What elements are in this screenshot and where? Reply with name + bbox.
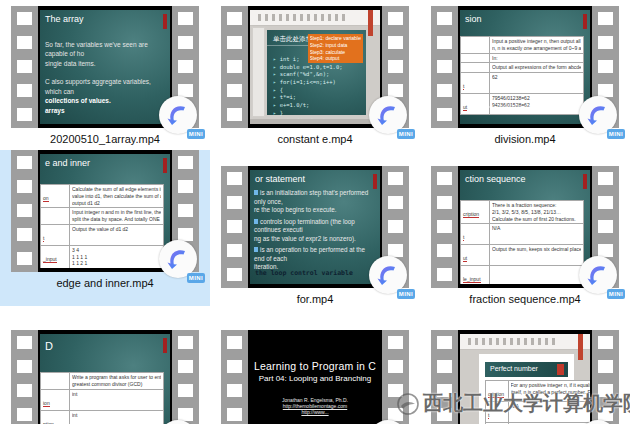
swoosh-arrow-icon — [376, 103, 400, 127]
file-tile-gcd[interactable]: D Write a program that asks for user to … — [0, 326, 210, 424]
code-list: int i; double e=1.0,t=1.0; scanf("%d",&n… — [273, 56, 343, 124]
slide: D Write a program that asks for user to … — [40, 334, 170, 424]
ppt-ribbon — [250, 10, 380, 26]
slide-header: Perfect number — [485, 362, 568, 377]
slide: or statement is an initialization step t… — [250, 170, 380, 284]
slide-divider — [473, 106, 574, 108]
slide: 单击此处添加标题 Step1: declare variables Step2:… — [267, 30, 366, 115]
slide-subtitle: Part 04: Looping and Branching — [250, 374, 380, 383]
video-frame: The array So far, the variables we've se… — [38, 6, 172, 128]
slide: ction sequence cription There is a fract… — [460, 170, 590, 284]
filmstrip-left — [221, 166, 248, 288]
player-overlay-icon: MINI — [579, 256, 621, 298]
slide: e and inner on Calculate the sum of all … — [40, 154, 170, 268]
player-overlay-icon: MINI — [579, 96, 621, 138]
player-overlay-icon: MINI — [369, 420, 411, 424]
slide-accent-bar — [163, 338, 167, 353]
mini-badge: MINI — [187, 273, 205, 283]
mini-badge: MINI — [607, 129, 625, 139]
powerpoint-window: 单击此处添加标题 Step1: declare variables Step2:… — [250, 10, 380, 124]
video-frame: ction sequence cription There is a fract… — [458, 166, 592, 288]
slide-title: e and inner — [40, 154, 170, 168]
player-overlay-icon: MINI — [369, 256, 411, 298]
video-thumbnail: e and inner on Calculate the sum of all … — [11, 150, 199, 272]
slide-title: sion — [460, 10, 590, 24]
cropped-keyword — [254, 219, 258, 224]
slide-body: is an initialization step that's perform… — [250, 184, 380, 272]
swoosh-arrow-icon — [166, 103, 190, 127]
watermark-text: 西北工业大学计算机学院 — [423, 390, 630, 417]
filmstrip-right — [172, 330, 199, 424]
slide-accent-bar — [583, 174, 587, 189]
video-thumbnail: sion Input a positive integer n, then ou… — [431, 6, 619, 128]
slide-title: ction sequence — [460, 170, 590, 184]
ppt-accent — [578, 334, 583, 360]
player-overlay-icon: MINI — [159, 240, 201, 282]
mini-badge: MINI — [397, 289, 415, 299]
video-frame: or statement is an initialization step t… — [248, 166, 382, 288]
video-frame: D Write a program that asks for user to … — [38, 330, 172, 424]
slide-accent-bar — [163, 158, 167, 173]
ppt-accent — [368, 10, 373, 36]
mini-badge: MINI — [607, 289, 625, 299]
filmstrip-left — [11, 150, 38, 272]
file-tile-for[interactable]: or statement is an initialization step t… — [210, 150, 420, 308]
problem-table: cription There is a fraction sequence: 2… — [460, 200, 584, 284]
link: http://www... — [250, 409, 380, 415]
university-logo-icon — [396, 392, 420, 416]
player-overlay-icon: MINI — [579, 420, 621, 424]
slide-accent-bar — [163, 14, 167, 29]
player-overlay-icon: MINI — [369, 96, 411, 138]
slide-title: The array — [40, 10, 170, 24]
problem-table: on Calculate the sum of all edge element… — [40, 184, 164, 268]
ribbon-icons — [258, 14, 346, 21]
filmstrip-left — [11, 6, 38, 128]
slide-title: D — [40, 334, 170, 352]
file-tile-division[interactable]: sion Input a positive integer n, then ou… — [420, 2, 630, 160]
video-thumbnail: 单击此处添加标题 Step1: declare variables Step2:… — [221, 6, 409, 128]
video-thumbnail: D Write a program that asks for user to … — [11, 330, 199, 424]
slide-title: Perfect number — [485, 362, 568, 372]
problem-table: Write a program that asks for user to en… — [40, 372, 164, 424]
file-tile-array[interactable]: The array So far, the variables we've se… — [0, 2, 210, 160]
cropped-keyword — [254, 190, 258, 195]
slide-accent-bar — [583, 14, 587, 29]
slide-body: So far, the variables we've seen are cap… — [40, 24, 170, 115]
filmstrip-left — [221, 330, 248, 424]
video-thumbnail: Learning to Program in C Part 04: Loopin… — [221, 330, 409, 424]
slide-accent-bar — [373, 174, 377, 189]
mini-badge: MINI — [187, 129, 205, 139]
player-overlay-icon: MINI — [159, 96, 201, 138]
slide: sion Input a positive integer n, then ou… — [460, 10, 590, 124]
video-frame: 单击此处添加标题 Step1: declare variables Step2:… — [248, 6, 382, 128]
filmstrip-left — [221, 6, 248, 128]
swoosh-arrow-icon — [586, 263, 610, 287]
file-tile-constant-e[interactable]: 单击此处添加标题 Step1: declare variables Step2:… — [210, 2, 420, 160]
swoosh-arrow-icon — [376, 263, 400, 287]
cropped-keyword — [254, 247, 258, 252]
file-tile-fraction-sequence[interactable]: ction sequence cription There is a fract… — [420, 150, 630, 308]
video-thumbnail: The array So far, the variables we've se… — [11, 6, 199, 128]
slide: Learning to Program in C Part 04: Loopin… — [250, 334, 380, 424]
slide-panel — [252, 27, 265, 117]
problem-table: Input a positive integer n, then output … — [460, 36, 584, 115]
player-overlay-icon: MINI — [159, 420, 201, 424]
video-thumbnail: ction sequence cription There is a fract… — [431, 166, 619, 288]
filmstrip-left — [431, 6, 458, 128]
ppt-statusbar — [250, 119, 380, 124]
swoosh-arrow-icon — [586, 103, 610, 127]
ribbon-icons — [468, 338, 556, 345]
swoosh-arrow-icon — [166, 247, 190, 271]
ppt-ribbon — [460, 334, 590, 350]
slide-footer: the loop control variable — [255, 269, 353, 277]
slide-title: or statement — [250, 170, 380, 184]
file-tile-edge-and-inner[interactable]: e and inner on Calculate the sum of all … — [0, 150, 210, 306]
slide: The array So far, the variables we've se… — [40, 10, 170, 124]
filmstrip-left — [11, 330, 38, 424]
video-frame: sion Input a positive integer n, then ou… — [458, 6, 592, 128]
slide-title: Learning to Program in C — [250, 360, 380, 372]
video-frame: e and inner on Calculate the sum of all … — [38, 150, 172, 272]
filmstrip-left — [431, 166, 458, 288]
video-frame: Learning to Program in C Part 04: Loopin… — [248, 330, 382, 424]
file-tile-learning-c[interactable]: Learning to Program in C Part 04: Loopin… — [210, 326, 420, 424]
